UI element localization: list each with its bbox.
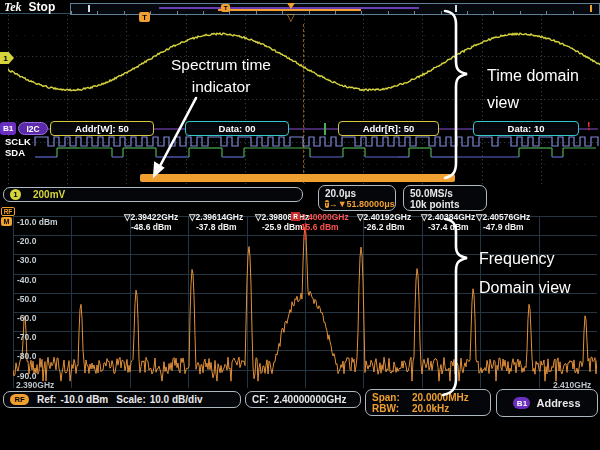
overview-position-marker-icon: [287, 3, 295, 9]
sample-rate: 50.0MS/s: [410, 188, 480, 199]
amplitude-tick-label: -40.0: [17, 275, 36, 285]
cf-label: CF:: [252, 394, 269, 405]
amplitude-tick-label: -70.0: [17, 332, 36, 342]
bus-decode-box: Data: 00: [185, 121, 289, 136]
bus-decode-box: Data: 10: [473, 121, 579, 136]
acquisition-readout[interactable]: 50.0MS/s 10k points: [403, 185, 487, 211]
amplitude-tick-label: -50.0: [17, 294, 36, 304]
channel1-readout[interactable]: 1 200mV: [3, 187, 303, 202]
rbw-value: 20.0kHz: [412, 403, 449, 414]
amplitude-tick-label: -60.0: [17, 313, 36, 323]
spectrum-time-overview: [218, 9, 361, 11]
digital-label-sclk: SCLK: [5, 136, 31, 147]
bus-decode-box: Addr[R]: 50: [338, 121, 439, 136]
rf-trace-badge[interactable]: RF: [1, 207, 15, 216]
peak-marker-label: ▽2.40576GHz-47.9 dBm: [476, 212, 530, 232]
overview-bracket-right: [455, 5, 457, 12]
overview-bracket-left: [88, 5, 90, 12]
record-length: 10k points: [410, 199, 480, 210]
trigger-position-line: [303, 24, 304, 183]
acquisition-status: Tek Stop: [4, 0, 55, 15]
trigger-position-value: 51.80000μs: [347, 199, 395, 209]
rf-scale-value: 10.0 dB/div: [150, 394, 203, 405]
peak-marker-label: ▽2.39614GHz-37.8 dBm: [189, 212, 243, 232]
rf-vertical-readout[interactable]: RF Ref: -10.0 dBm Scale: 10.0 dB/div: [3, 391, 241, 408]
expansion-point-icon: ▽: [287, 12, 295, 23]
peak-marker-label: ▽2.40192GHz-26.2 dBm: [357, 212, 411, 232]
bus1-badge[interactable]: B1: [0, 122, 16, 135]
start-frequency-label: 2.390GHz: [16, 380, 54, 390]
amplitude-tick-label: -20.0: [17, 236, 36, 246]
span-label: Span:: [372, 392, 408, 403]
time-domain-view-annotation: Time domain view: [487, 62, 579, 116]
bus-menu-label: Address: [536, 397, 580, 409]
ref-level-value: -10.0 dBm: [60, 394, 108, 405]
tek-logo: Tek: [4, 0, 22, 15]
rf-badge: RF: [10, 394, 29, 405]
trigger-arrow-icon: →▼: [329, 199, 347, 209]
channel1-scale: 200mV: [33, 189, 65, 200]
bus-type-label[interactable]: I2C: [18, 122, 48, 135]
run-status: Stop: [29, 0, 56, 14]
span-rbw-readout[interactable]: Span: 20.0000MHz RBW: 20.0kHz: [365, 389, 491, 416]
bus-error-icon: !: [587, 120, 591, 132]
rbw-label: RBW:: [372, 403, 408, 414]
horizontal-scale: 20.0μs: [325, 188, 389, 199]
max-hold-trace-badge[interactable]: M: [1, 217, 12, 226]
cf-value: 2.40000000GHz: [274, 394, 347, 405]
ref-level-label: Ref:: [37, 394, 56, 405]
bus-decode-box: Addr[W]: 50: [50, 121, 154, 136]
reference-marker-icon: R: [291, 212, 300, 221]
amplitude-tick-label: -30.0: [17, 255, 36, 265]
trigger-time-icon[interactable]: T: [139, 12, 150, 22]
bus-menu-button[interactable]: B1 Address: [496, 389, 598, 417]
overview-trigger-icon: T: [221, 4, 230, 12]
center-frequency-readout[interactable]: CF: 2.40000000GHz: [245, 391, 361, 408]
horizontal-readout[interactable]: 20.0μs T →▼ 51.80000μs: [318, 185, 396, 211]
digital-label-sda: SDA: [5, 147, 25, 158]
amplitude-tick-label: -10.0 dBm: [17, 217, 58, 227]
spectrum-time-indicator-bar[interactable]: [140, 174, 455, 182]
reference-marker-label: R2.40000GHz-15.6 dBm: [291, 212, 349, 232]
peak-marker-label: ▽2.39422GHz-48.6 dBm: [124, 212, 178, 232]
bus-menu-badge: B1: [513, 397, 530, 409]
frequency-domain-view-annotation: Frequency Domain view: [479, 244, 571, 302]
span-value: 20.0000MHz: [412, 392, 469, 403]
overview-marker-tick: [590, 5, 592, 12]
overview-ticks: [71, 11, 599, 14]
oscilloscope-screen: Tek Stop T T ▽ 1 B1 I2C SCLK SDA Addr[W]…: [0, 0, 600, 450]
spectrum-time-annotation: Spectrum time indicator: [148, 54, 294, 98]
rf-scale-label: Scale:: [116, 394, 145, 405]
peak-marker-label: ▽2.40384GHz-37.4 dBm: [421, 212, 475, 232]
amplitude-tick-label: -80.0: [17, 351, 36, 361]
channel1-readout-badge: 1: [10, 189, 21, 200]
